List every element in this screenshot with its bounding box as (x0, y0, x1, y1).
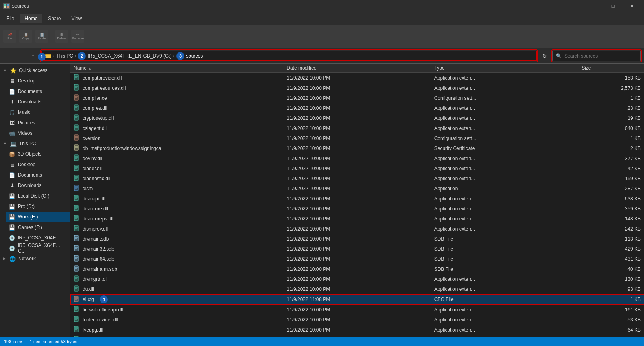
file-type-cell: Configuration sett... (431, 93, 578, 103)
file-name-label: compatresources.dll (83, 85, 126, 91)
ribbon-paste-button[interactable]: 📄Paste (35, 30, 48, 43)
sidebar-item-pictures[interactable]: 🖼 Pictures (6, 117, 70, 128)
tab-share[interactable]: Share (43, 14, 66, 23)
breadcrumb-this-pc[interactable]: This PC (56, 53, 73, 59)
col-header-name[interactable]: Name ▲ (70, 64, 283, 73)
file-type-cell: Configuration sett... (431, 133, 578, 143)
sidebar-item-documents[interactable]: 📄 Documents (6, 86, 70, 97)
sidebar-item-downloads[interactable]: ⬇ Downloads (6, 97, 70, 107)
dvd-g-icon: 💿 (9, 235, 15, 241)
search-input[interactable] (564, 53, 637, 59)
table-row[interactable]: diagnostic.dll11/9/2022 10:00 PMApplicat… (70, 173, 644, 183)
table-row[interactable]: dismcore.dll11/9/2022 10:00 PMApplicatio… (70, 204, 644, 214)
file-type-icon (74, 275, 80, 283)
breadcrumb-sources[interactable]: sources (186, 53, 203, 59)
table-row[interactable]: drvmain.sdb11/9/2022 10:00 PMSDB File113… (70, 234, 644, 244)
table-row[interactable]: compliance11/9/2022 10:00 PMConfiguratio… (70, 93, 644, 103)
svg-rect-106 (74, 276, 78, 281)
sidebar-item-3d-objects[interactable]: 📦 3D Objects (6, 149, 70, 159)
sidebar-label-work-e: Work (E:) (18, 214, 38, 220)
sidebar-item-quick-access[interactable]: ▼ ⭐ Quick access (0, 65, 70, 76)
3d-icon: 📦 (9, 151, 15, 157)
sidebar-item-this-pc[interactable]: ▼ 💻 This PC (0, 138, 70, 149)
file-type-icon (74, 175, 80, 182)
file-date-cell: 11/9/2022 10:00 PM (283, 214, 431, 224)
file-type-icon (74, 124, 80, 132)
table-row[interactable]: dismcoreps.dll11/9/2022 10:00 PMApplicat… (70, 214, 644, 224)
sidebar-item-network[interactable]: ▶ 🌐 Network (0, 253, 70, 264)
disk-c-icon: 💾 (9, 193, 15, 199)
file-name-label: drvmain.sdb (83, 236, 109, 242)
ribbon-pin-button[interactable]: 📌Pin (3, 30, 16, 43)
sidebar-item-desktop[interactable]: 🖥 Desktop (6, 76, 70, 86)
table-row[interactable]: dismapi.dll11/9/2022 10:00 PMApplication… (70, 194, 644, 204)
table-row[interactable]: dismprov.dll11/9/2022 10:00 PMApplicatio… (70, 224, 644, 234)
table-row[interactable]: drvmain32.sdb11/9/2022 10:00 PMSDB File4… (70, 244, 644, 254)
sidebar-item-videos[interactable]: 📹 Videos (6, 128, 70, 138)
sidebar-item-pro-d[interactable]: 💾 Pro (D:) (6, 201, 70, 212)
breadcrumb-drive[interactable]: IR5_CCSA_X64FRE_EN-GB_DV9 (G:) (87, 53, 171, 59)
sidebar-item-work-e[interactable]: 💾 Work (E:) (6, 212, 70, 222)
ribbon-delete-button[interactable]: 🗑Delete (55, 30, 68, 43)
table-row[interactable]: compatprovider.dll11/9/2022 10:00 PMAppl… (70, 73, 644, 83)
table-row[interactable]: cryptosetup.dll11/9/2022 10:00 PMApplica… (70, 113, 644, 123)
maximize-button[interactable]: □ (604, 0, 622, 12)
file-name-label: fveupg.dll (83, 327, 103, 333)
network-icon: 🌐 (9, 255, 16, 262)
table-row[interactable]: compatresources.dll11/9/2022 10:00 PMApp… (70, 83, 644, 93)
svg-rect-5 (45, 55, 51, 58)
sidebar-item-ir5-g2[interactable]: 💿 IR5_CCSA_X64FRE_EN-G... (6, 243, 70, 253)
file-name-cell: devinv.dll (70, 153, 283, 163)
refresh-button[interactable]: ↻ (539, 51, 550, 61)
file-name-cell: drvmain.sdb (70, 234, 283, 244)
file-size-cell: 638 KB (578, 194, 644, 204)
svg-rect-126 (74, 316, 78, 322)
expand-icon-network: ▶ (3, 257, 6, 261)
file-name-label: compres.dll (83, 105, 107, 111)
table-row[interactable]: firewallofflineapi.dll11/9/2022 10:00 PM… (70, 305, 644, 315)
ribbon-content: 📌Pin 📋Copy 📄Paste 🗑Delete ✏Rename (0, 25, 644, 48)
tab-home[interactable]: Home (20, 14, 42, 23)
table-row[interactable]: compres.dll11/9/2022 10:00 PMApplication… (70, 103, 644, 113)
ribbon-rename-button[interactable]: ✏Rename (71, 30, 84, 43)
table-row[interactable]: ei.cfg411/9/2022 11:08 PMCFG File1 KB (70, 294, 644, 305)
sidebar-item-local-disk[interactable]: 💾 Local Disk (C:) (6, 191, 70, 201)
sidebar-item-desktop2[interactable]: 🖥 Desktop (6, 159, 70, 170)
file-size-cell: 113 KB (578, 234, 644, 244)
minimize-button[interactable]: ─ (585, 0, 604, 12)
table-row[interactable]: devinv.dll11/9/2022 10:00 PMApplication … (70, 153, 644, 163)
tab-file[interactable]: File (2, 14, 19, 23)
col-header-size[interactable]: Size (578, 64, 644, 73)
sidebar-label-ir5-g2: IR5_CCSA_X64FRE_EN-G... (18, 243, 62, 254)
file-type-icon (74, 245, 80, 253)
table-row[interactable]: dism11/9/2022 10:00 PMApplication287 KB (70, 183, 644, 194)
table-row[interactable]: diager.dll11/9/2022 10:00 PMApplication … (70, 163, 644, 173)
file-date-cell: 11/9/2022 10:00 PM (283, 73, 431, 83)
svg-rect-1 (7, 4, 9, 6)
table-row[interactable]: cversion11/9/2022 10:00 PMConfiguration … (70, 133, 644, 143)
sidebar-item-documents2[interactable]: 📄 Documents (6, 170, 70, 180)
sidebar-item-downloads2[interactable]: ⬇ Downloads (6, 180, 70, 191)
table-row[interactable]: drvmgrtn.dll11/9/2022 10:00 PMApplicatio… (70, 274, 644, 284)
table-row[interactable]: folderprovider.dll11/9/2022 10:00 PMAppl… (70, 315, 644, 325)
ribbon-copy-button[interactable]: 📋Copy (19, 30, 32, 43)
forward-button[interactable]: → (15, 51, 27, 61)
file-date-cell: 11/9/2022 10:00 PM (283, 133, 431, 143)
col-header-date[interactable]: Date modified (283, 64, 431, 73)
table-row[interactable]: drvmainarm.sdb11/9/2022 10:00 PMSDB File… (70, 264, 644, 274)
back-button[interactable]: ← (3, 51, 14, 61)
close-button[interactable]: ✕ (622, 0, 641, 12)
table-row[interactable]: fveupg.dll11/9/2022 10:00 PMApplication … (70, 325, 644, 335)
file-type-cell: Application exten... (431, 83, 578, 93)
table-row[interactable]: csiagent.dll11/9/2022 10:00 PMApplicatio… (70, 123, 644, 133)
table-row[interactable]: drvmain64.sdb11/9/2022 10:00 PMSDB File4… (70, 254, 644, 264)
table-row[interactable]: du.dll11/9/2022 10:00 PMApplication exte… (70, 284, 644, 294)
sidebar-item-music[interactable]: 🎵 Music (6, 107, 70, 117)
sidebar-item-games-f[interactable]: 💾 Games (F:) (6, 222, 70, 233)
nav-buttons: ← → ↑ (3, 51, 39, 61)
sidebar-item-ir5-g[interactable]: 💿 IR5_CCSA_X64FRE_EN-... (6, 233, 70, 243)
tab-view[interactable]: View (66, 14, 87, 23)
table-row[interactable]: db_msftproductionwindowssigningca11/9/20… (70, 143, 644, 153)
col-header-type[interactable]: Type (431, 64, 578, 73)
up-button[interactable]: ↑ (27, 51, 39, 61)
